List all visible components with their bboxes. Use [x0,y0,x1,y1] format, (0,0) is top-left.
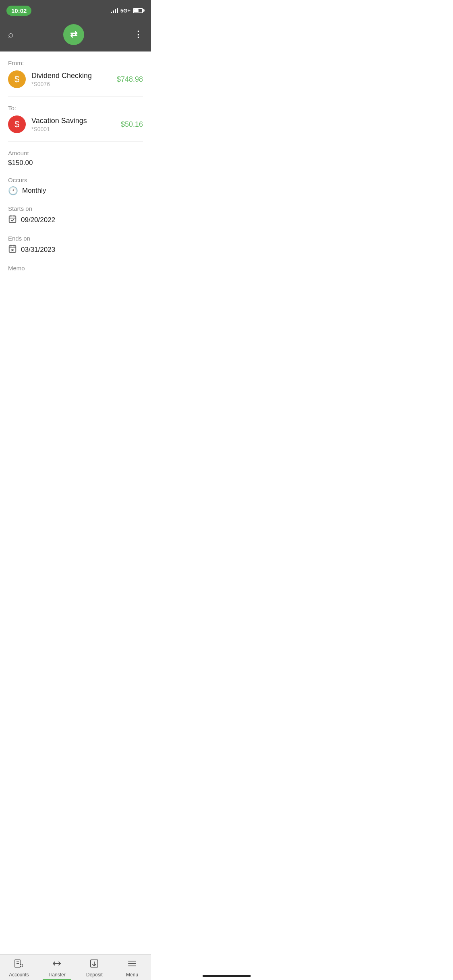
search-icon[interactable]: ⌕ [8,29,13,40]
clock-icon: 🕐 [8,186,18,196]
status-bar: 10:02 5G+ [0,0,151,20]
from-account-balance: $748.98 [117,75,143,84]
from-account-number: *S0076 [31,81,117,87]
toolbar: ⌕ ⇄ ⋮ [0,20,151,51]
to-label: To: [8,105,143,111]
occurs-section: Occurs 🕐 Monthly [8,177,143,196]
main-content: From: $ Dividend Checking *S0076 $748.98… [0,51,151,272]
svg-rect-4 [9,246,16,253]
to-account-number: *S0001 [31,126,121,132]
transfer-arrows-icon: ⇄ [70,29,77,40]
starts-on-row: 09/20/2022 [8,214,143,225]
to-account-row[interactable]: $ Vacation Savings *S0001 $50.16 [8,115,143,133]
battery-icon [133,8,145,13]
memo-label: Memo [8,265,143,272]
starts-on-section: Starts on 09/20/2022 [8,205,143,225]
transfer-toggle-button[interactable]: ⇄ [63,24,84,45]
network-label: 5G+ [120,8,130,14]
divider-to-fields [8,141,143,142]
to-account-balance: $50.16 [121,120,143,129]
calendar-x-icon [8,244,17,255]
starts-on-label: Starts on [8,205,143,212]
amount-label: Amount [8,150,143,156]
amount-value: $150.00 [8,159,143,167]
ends-on-section: Ends on 03/31/2023 [8,235,143,255]
from-account-name: Dividend Checking [31,72,117,80]
occurs-row: 🕐 Monthly [8,186,143,196]
status-right: 5G+ [111,8,145,14]
to-account-info: Vacation Savings *S0001 [31,117,121,132]
starts-on-value: 09/20/2022 [21,216,55,224]
from-account-icon: $ [8,70,26,88]
more-options-icon[interactable]: ⋮ [134,29,143,40]
from-account-row[interactable]: $ Dividend Checking *S0076 $748.98 [8,70,143,88]
status-time: 10:02 [6,6,31,16]
from-account-info: Dividend Checking *S0076 [31,72,117,87]
occurs-value: Monthly [22,187,46,195]
signal-icon [111,8,118,13]
occurs-label: Occurs [8,177,143,183]
calendar-check-icon [8,214,17,225]
to-account-icon: $ [8,115,26,133]
amount-section: Amount $150.00 [8,150,143,167]
ends-on-value: 03/31/2023 [21,246,55,254]
ends-on-row: 03/31/2023 [8,244,143,255]
to-account-name: Vacation Savings [31,117,121,125]
svg-rect-0 [9,216,16,223]
divider-from-to [8,96,143,97]
from-label: From: [8,60,143,66]
ends-on-label: Ends on [8,235,143,242]
